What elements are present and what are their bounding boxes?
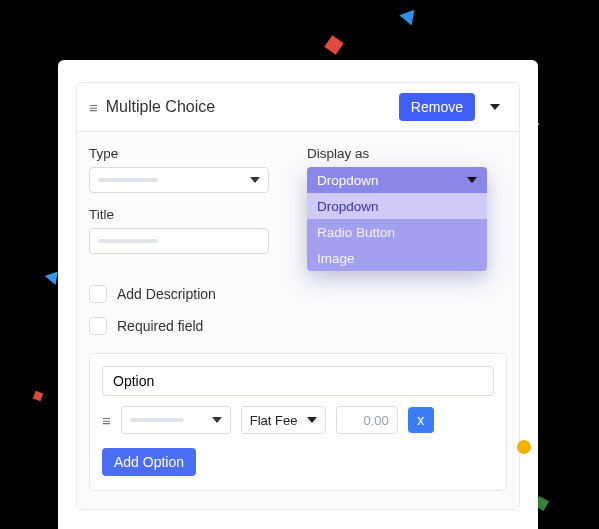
close-icon: x (417, 412, 424, 428)
title-label: Title (89, 207, 289, 222)
display-as-label: Display as (307, 146, 507, 161)
type-select[interactable] (89, 167, 269, 193)
remove-button[interactable]: Remove (399, 93, 475, 121)
caret-down-icon (490, 104, 500, 110)
decorative-shape (324, 35, 343, 54)
caret-down-icon (250, 177, 260, 183)
add-description-label: Add Description (117, 286, 216, 302)
caret-down-icon (212, 417, 222, 423)
display-as-option[interactable]: Image (307, 245, 487, 271)
decorative-shape (399, 4, 420, 25)
option-aux-select[interactable] (121, 406, 231, 434)
decorative-shape (517, 440, 531, 454)
required-row: Required field (89, 317, 507, 335)
display-as-selected-label: Dropdown (317, 173, 379, 188)
display-as-option[interactable]: Dropdown (307, 193, 487, 219)
drag-handle-icon[interactable]: ≡ (89, 99, 98, 116)
section-body: Type Title Display as (77, 132, 519, 509)
title-input[interactable] (89, 228, 269, 254)
fee-amount-value: 0.00 (363, 413, 388, 428)
section-menu-toggle[interactable] (483, 97, 507, 117)
display-as-field-group: Display as Dropdown Dropdown Radio Butto… (307, 146, 507, 271)
fee-amount-input[interactable]: 0.00 (336, 406, 398, 434)
add-description-checkbox[interactable] (89, 285, 107, 303)
option-remove-button[interactable]: x (408, 407, 434, 433)
display-as-option-list: Dropdown Radio Button Image (307, 193, 487, 271)
placeholder-line (98, 239, 158, 243)
placeholder-line (98, 178, 158, 182)
section-title: Multiple Choice (106, 98, 215, 116)
field-section: ≡ Multiple Choice Remove Type Title (76, 82, 520, 510)
required-checkbox[interactable] (89, 317, 107, 335)
caret-down-icon (467, 177, 477, 183)
add-option-button[interactable]: Add Option (102, 448, 196, 476)
option-box: ≡ Flat Fee 0.00 x A (89, 353, 507, 491)
section-header: ≡ Multiple Choice Remove (77, 83, 519, 132)
placeholder-line (130, 418, 184, 422)
display-as-option[interactable]: Radio Button (307, 219, 487, 245)
option-drag-handle-icon[interactable]: ≡ (102, 412, 111, 429)
required-label: Required field (117, 318, 203, 334)
type-field-group: Type Title (89, 146, 289, 271)
title-field-group: Title (89, 207, 289, 254)
fee-type-select[interactable]: Flat Fee (241, 406, 326, 434)
field-editor-card: ≡ Multiple Choice Remove Type Title (58, 60, 538, 529)
display-as-selected[interactable]: Dropdown (307, 167, 487, 193)
decorative-shape (33, 391, 43, 401)
fee-type-label: Flat Fee (250, 413, 298, 428)
type-label: Type (89, 146, 289, 161)
display-as-dropdown-open: Dropdown Dropdown Radio Button Image (307, 167, 487, 271)
option-name-input[interactable] (102, 366, 494, 396)
caret-down-icon (307, 417, 317, 423)
add-description-row: Add Description (89, 285, 507, 303)
